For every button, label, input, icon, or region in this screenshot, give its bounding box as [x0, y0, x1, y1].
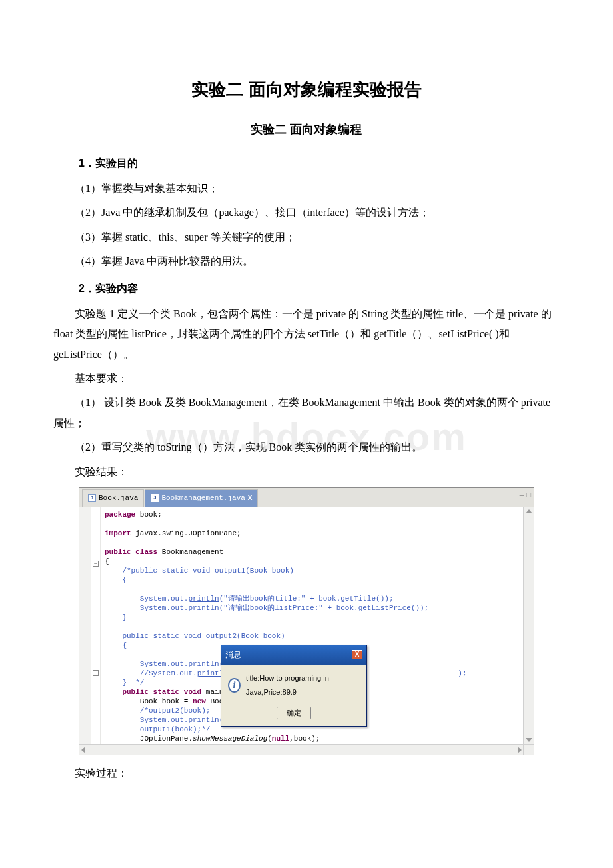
info-icon: i — [228, 678, 241, 693]
code-token: Bookmanagement — [157, 548, 223, 556]
s1-p3: （3）掌握 static、this、super 等关键字的使用； — [53, 227, 560, 247]
ide-gutter — [79, 507, 91, 744]
code-token: null — [272, 735, 289, 743]
code-token: { — [105, 576, 127, 584]
code-token: ("请输出book的title:" + book.getTitle()); — [219, 595, 394, 603]
s1-p2: （2）Java 中的继承机制及包（package）、接口（interface）等… — [53, 203, 560, 223]
s2-p1: 实验题 1 定义一个类 Book，包含两个属性：一个是 private 的 St… — [53, 304, 560, 365]
code-token: Book book = — [105, 697, 193, 705]
code-token: showMessageDialog — [193, 735, 267, 743]
fold-minus-icon[interactable]: − — [93, 561, 99, 567]
code-token: System.out. — [105, 716, 188, 724]
code-token: public static void output2(Book book) — [105, 632, 285, 640]
code-token: System.out. — [105, 604, 188, 612]
s2-p3: （1） 设计类 Book 及类 BookManagement，在类 BookMa… — [53, 393, 560, 433]
code-token: book; — [135, 511, 162, 519]
code-token: public static void — [105, 688, 201, 696]
s1-p1: （1）掌握类与对象基本知识； — [53, 179, 560, 199]
ide-fold-column: − − — [91, 507, 101, 744]
code-token: println — [188, 660, 219, 668]
code-token: //System.out. — [105, 669, 197, 677]
minimize-icon[interactable]: — — [520, 489, 524, 503]
code-token: new — [193, 697, 206, 705]
s2-p4: （2）重写父类的 toString（）方法，实现 Book 类实例的两个属性的输… — [53, 437, 560, 457]
code-token: /*output2(book); — [105, 707, 210, 715]
page-subtitle: 实验二 面向对象编程 — [53, 118, 560, 141]
java-file-icon: J — [151, 494, 159, 502]
code-token: /*public static void output1(Book book) — [105, 567, 294, 575]
vertical-scrollbar[interactable] — [523, 507, 534, 744]
java-file-icon: J — [88, 494, 96, 502]
tab-book-java[interactable]: J Book.java — [82, 489, 144, 507]
code-token: public class — [105, 548, 157, 556]
code-token: ( — [267, 735, 272, 743]
s2-p5: 实验结果： — [53, 462, 560, 482]
tab-label: Book.java — [99, 491, 138, 505]
section1-heading: 1．实验目的 — [79, 153, 560, 173]
dialog-title: 消息 — [225, 647, 241, 663]
panel-controls: — □ — [520, 489, 531, 503]
dialog-message: title:How to programing in Java,Price:89… — [246, 671, 360, 699]
code-token: println — [188, 604, 219, 612]
code-token: { — [105, 557, 109, 565]
code-token: { — [105, 641, 127, 649]
page-title: 实验二 面向对象编程实验报告 — [53, 73, 560, 106]
tab-label: Bookmanagement.java — [161, 491, 245, 505]
s1-p4: （4）掌握 Java 中两种比较器的用法。 — [53, 251, 560, 271]
scroll-corner — [523, 744, 534, 755]
s2-p6: 实验过程： — [53, 763, 560, 783]
code-token: import — [105, 529, 131, 537]
ok-button[interactable]: 确定 — [277, 707, 311, 719]
code-token: ); — [458, 669, 466, 677]
ide-tabbar: J Book.java J Bookmanagement.java X — □ — [79, 488, 534, 507]
dialog-body: i title:How to programing in Java,Price:… — [221, 665, 366, 703]
code-token: } — [105, 613, 127, 621]
message-dialog: 消息 X i title:How to programing in Java,P… — [221, 645, 367, 727]
code-token: javax.swing.JOptionPane; — [131, 529, 241, 537]
dialog-titlebar[interactable]: 消息 X — [221, 645, 366, 665]
code-token: println — [188, 595, 219, 603]
dialog-buttons: 确定 — [221, 703, 366, 727]
horizontal-scrollbar[interactable] — [79, 744, 534, 755]
ide-body: − − package book; import javax.swing.JOp… — [79, 507, 534, 744]
fold-minus-icon[interactable]: − — [93, 670, 99, 676]
code-token: package — [105, 511, 135, 519]
code-token: System.out. — [105, 660, 188, 668]
code-token: System.out. — [105, 595, 188, 603]
s2-p2: 基本要求： — [53, 369, 560, 389]
close-icon[interactable]: X — [352, 650, 362, 659]
code-token: JOptionPane. — [105, 735, 193, 743]
code-token: ,book); — [289, 735, 320, 743]
section2-heading: 2．实验内容 — [79, 279, 560, 299]
tab-bookmanagement-java[interactable]: J Bookmanagement.java X — [145, 489, 258, 507]
code-token: println — [188, 716, 219, 724]
maximize-icon[interactable]: □ — [526, 489, 531, 503]
code-token: } */ — [105, 679, 144, 687]
ide-editor-panel: J Book.java J Bookmanagement.java X — □ … — [79, 487, 534, 755]
code-token: output1(book);*/ — [105, 725, 210, 733]
code-token: ("请输出book的listPrice:" + book.getListPric… — [219, 604, 429, 612]
close-icon[interactable]: X — [248, 491, 253, 505]
